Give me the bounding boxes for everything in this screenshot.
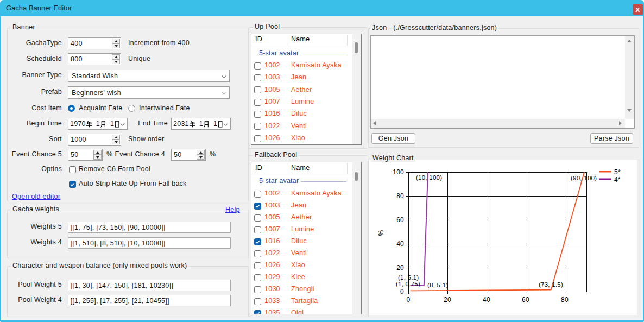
svg-text:80: 80	[396, 192, 404, 200]
svg-text:(1, 0.75): (1, 0.75)	[396, 281, 420, 287]
svg-text:(90, 100): (90, 100)	[571, 175, 597, 181]
svg-text:80: 80	[561, 296, 569, 304]
svg-text:4*: 4*	[614, 176, 621, 184]
svg-text:(73, 1.5): (73, 1.5)	[539, 281, 563, 288]
svg-text:(10, 100): (10, 100)	[416, 174, 442, 181]
svg-text:%: %	[377, 230, 385, 236]
svg-text:60: 60	[396, 216, 404, 224]
svg-text:40: 40	[396, 240, 404, 248]
svg-text:5*: 5*	[614, 168, 621, 176]
svg-text:60: 60	[522, 296, 529, 304]
svg-text:0: 0	[407, 296, 411, 304]
svg-text:0: 0	[400, 288, 404, 295]
svg-text:20: 20	[444, 296, 451, 304]
svg-text:40: 40	[483, 296, 490, 304]
svg-text:100: 100	[393, 168, 404, 176]
svg-text:(8, 5.1): (8, 5.1)	[427, 282, 448, 288]
svg-text:(1, 5.1): (1, 5.1)	[398, 274, 419, 281]
svg-text:20: 20	[396, 264, 404, 272]
